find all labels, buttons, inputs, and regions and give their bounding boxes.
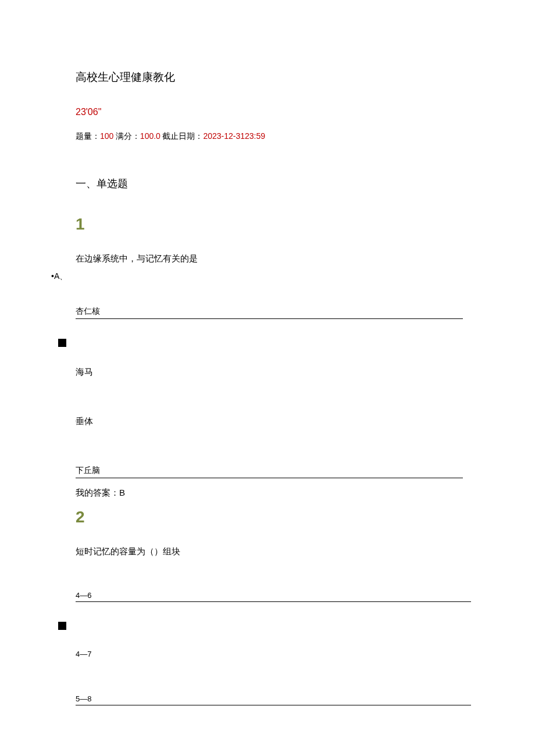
deadline-label: 截止日期： xyxy=(160,132,204,141)
question-stem: 短时记忆的容量为（）组块 xyxy=(76,546,459,557)
section-title: 一、单选题 xyxy=(76,177,459,191)
question-stem: 在边缘系统中，与记忆有关的是 xyxy=(76,253,459,264)
full-label: 满分： xyxy=(113,132,140,141)
deadline-value: 2023-12-3123:59 xyxy=(203,131,265,141)
option-c[interactable]: 垂体 xyxy=(76,416,459,427)
question-number: 1 xyxy=(76,215,459,234)
option-a[interactable]: 杏仁核 xyxy=(76,306,463,319)
question-number: 2 xyxy=(76,508,459,526)
quiz-meta: 题量：100 满分：100.0 截止日期：2023-12-3123:59 xyxy=(76,131,459,142)
my-answer-label: 我的答案： xyxy=(76,488,119,497)
option-b[interactable]: 海马 xyxy=(76,367,459,378)
count-value: 100 xyxy=(100,131,113,141)
option-marker: •A、 xyxy=(51,271,459,282)
count-label: 题量： xyxy=(76,132,100,141)
option-a[interactable]: 4—6 xyxy=(76,591,471,602)
full-value: 100.0 xyxy=(140,131,160,141)
square-marker-icon xyxy=(58,622,66,630)
timer-display: 23'06" xyxy=(76,107,459,117)
my-answer: 我的答案：B xyxy=(76,488,459,499)
my-answer-value: B xyxy=(119,488,125,497)
square-marker-icon xyxy=(58,339,66,347)
option-d[interactable]: 下丘脑 xyxy=(76,465,463,478)
page-title: 高校生心理健康教化 xyxy=(76,70,459,85)
option-b[interactable]: 4—7 xyxy=(76,650,459,658)
option-c[interactable]: 5—8 xyxy=(76,694,471,705)
